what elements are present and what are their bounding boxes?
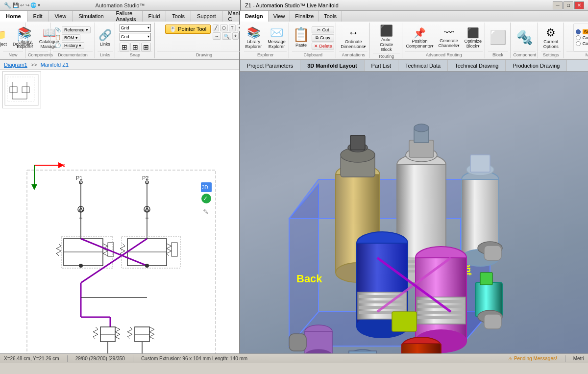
combo-arrow2: ▾ [147,34,149,39]
links-icon: 🔗 [98,29,112,42]
tab-finalize[interactable]: Finalize [290,11,319,22]
svg-rect-119 [402,344,441,353]
btn-msg-explorer[interactable]: ✉️ MessageExplorer [266,25,288,50]
maximize-button[interactable]: □ [564,1,573,9]
btn-bom[interactable]: BOM ▾ [62,34,80,41]
btn-library-explorer[interactable]: 📚 LibraryExplorer [15,25,35,50]
viewport-3d[interactable]: Back Front [240,72,588,353]
thumbnail-svg [2,72,41,108]
snap-grid-combo1[interactable]: Grid ▾ [120,24,151,32]
svg-rect-102 [359,300,406,303]
status-units: Metri [573,356,584,361]
doc-row2: 📋 BOM ▾ [55,34,91,41]
svg-marker-72 [289,179,490,219]
btn-project[interactable]: 📁 Project [0,28,9,48]
btn-snap1[interactable]: ⊞ [120,43,129,51]
drawing-tools: ╱ ⬡ T + ↔ 🔍 ⌖ [213,25,243,40]
subtab-project-params[interactable]: Project Parameters [240,60,300,71]
group-components: 📚 LibraryExplorer 📖 CatalogueManager Com… [26,23,50,58]
svg-rect-125 [484,246,501,260]
left-app-title: Automation Studio™ [96,2,145,8]
tab-tools-right[interactable]: Tools [319,11,342,22]
main-schematic-svg: x P1 P2 [0,111,239,353]
btn-cut[interactable]: ✂ Cut [312,26,335,33]
optimize-icon: ⬛ [467,27,479,39]
btn-delete[interactable]: ✕ Delete [312,43,335,50]
breadcrumb-manifold-z1: Manifold Z1 [41,62,69,68]
status-coordinates: X=26.48 cm, Y=21.26 cm [4,356,59,361]
svg-text:✓: ✓ [203,195,208,202]
svg-rect-96 [470,155,490,172]
btn-ordinate-dim[interactable]: ↔ OrdinateDimensions▾ [339,25,368,50]
subtab-part-list[interactable]: Part List [365,60,398,71]
svg-text:P1: P1 [76,175,82,181]
group-documentation: 📎 Reference ▾ 📋 BOM ▾ 🕐 History ▾ Docume… [51,23,95,58]
minimize-button[interactable]: ─ [553,1,563,9]
bom-icon: 📋 [55,35,61,40]
tab-tools-left[interactable]: Tools [166,11,191,22]
btn-draw6[interactable]: 🔍 [222,32,231,40]
thumbnail-panel [2,72,41,108]
tab-fluid[interactable]: Fluid [143,11,167,22]
group-drawing: 🖱️ Pointer Tool ╱ ⬡ T + ↔ 🔍 [155,23,253,58]
doc-row3: 🕐 History ▾ [55,42,91,49]
close-button[interactable]: ✕ [574,1,584,9]
svg-rect-112 [417,316,465,319]
tab-view[interactable]: View [49,11,73,22]
movement-tangential-label: Combined - Tangential [583,41,588,46]
subtab-technical-drawing[interactable]: Technical Drawing [448,60,506,71]
schematic-canvas[interactable]: x P1 P2 [0,70,239,353]
tab-support[interactable]: Support [191,11,222,22]
window-controls[interactable]: ─ □ ✕ [553,1,584,9]
movement-single[interactable]: Single (Default) [576,29,588,34]
svg-rect-129 [349,351,376,353]
btn-optimize-block[interactable]: ⬛ OptimizeBlock▾ [463,26,484,50]
btn-lib-explorer-right[interactable]: 📚 LibraryExplorer [244,25,264,50]
btn-paste-right[interactable]: 📋 Paste [292,25,311,49]
tab-failure-analysis[interactable]: Failure Analysis [110,11,143,22]
btn-copy[interactable]: ⧉ Copy [312,34,335,42]
lib-explorer-icon: 📚 [247,26,260,39]
btn-snap3[interactable]: ⊞ [141,43,151,51]
breadcrumb-diagram1[interactable]: Diagram1 [4,62,27,68]
tab-view-right[interactable]: View [269,11,291,22]
ordinate-icon: ↔ [348,26,359,39]
btn-history[interactable]: History ▾ [62,42,84,49]
project-icon: 📁 [0,29,6,42]
subtab-3d-manifold[interactable]: 3D Manifold Layout [300,60,364,71]
btn-generate-channels[interactable]: 〰 GenerateChannels▾ [437,26,462,49]
right-subtabs[interactable]: Project Parameters 3D Manifold Layout Pa… [240,60,588,72]
right-ribbon-tabs[interactable]: Design View Finalize Tools [240,11,588,22]
btn-snap2[interactable]: ⊞ [130,43,140,51]
settings-icon: ⚙ [546,26,556,39]
btn-current-options[interactable]: ⚙ CurrentOptions [541,25,561,50]
movement-combined-label: Combined [583,35,588,40]
btn-position-components[interactable]: 📌 PositionComponents▾ [404,26,436,50]
breadcrumb: Diagram1 >> Manifold Z1 [0,60,239,70]
btn-links[interactable]: 🔗 Links [97,28,114,48]
group-advanced-routing: 📌 PositionComponents▾ 〰 GenerateChannels… [403,23,485,58]
btn-draw7[interactable]: ⌖ [232,32,239,40]
btn-reference[interactable]: Reference ▾ [62,26,91,33]
subtab-production-drawing[interactable]: Production Drawing [506,60,567,71]
btn-draw2[interactable]: ⬡ [220,25,228,31]
btn-auto-create-block[interactable]: ⬛ Auto-CreateBlock [373,24,400,53]
tab-home[interactable]: Home [0,11,27,22]
subtab-technical-data[interactable]: Technical Data [398,60,448,71]
position-icon: 📌 [414,27,426,39]
btn-draw5[interactable]: ↔ [213,32,221,40]
quick-icons: 💾 ↩ ↪ 🌐 ▾ [13,2,40,8]
movement-combined[interactable]: Combined [576,35,588,40]
btn-pointer-tool[interactable]: 🖱️ Pointer Tool [165,25,211,34]
msg-explorer-icon: ✉️ [270,26,283,39]
btn-draw3[interactable]: T [229,25,236,31]
left-ribbon-tabs[interactable]: Home Edit View Simulation Failure Analys… [0,11,239,22]
channels-icon: 〰 [444,27,454,38]
status-bar: X=26.48 cm, Y=21.26 cm 29/80 (29/200) [2… [0,353,588,363]
tab-edit[interactable]: Edit [27,11,49,22]
tab-simulation[interactable]: Simulation [73,11,110,22]
btn-draw1[interactable]: ╱ [213,25,219,31]
snap-grid-combo2[interactable]: Grid ▾ [120,33,151,41]
movement-combined-tangential[interactable]: Combined - Tangential [576,41,588,46]
tab-design[interactable]: Design [240,11,269,22]
